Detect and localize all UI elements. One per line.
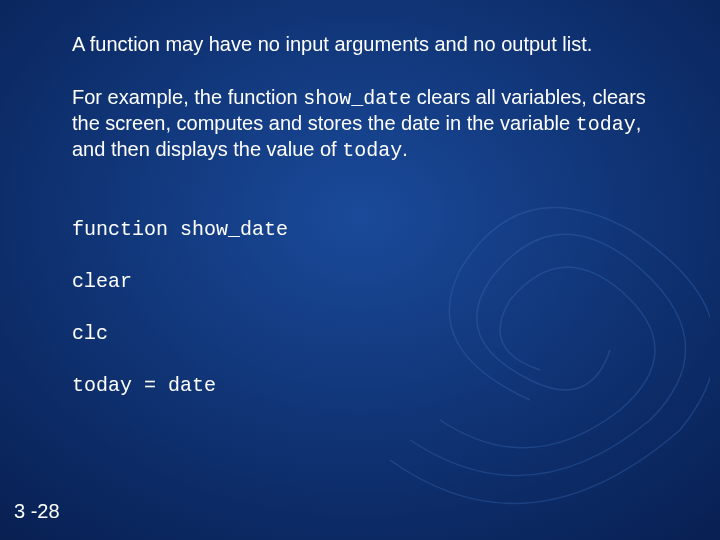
code-line-1: function show_date bbox=[72, 217, 672, 243]
paragraph-2: For example, the function show_date clea… bbox=[72, 85, 672, 163]
code-line-4: today = date bbox=[72, 373, 672, 399]
p2-code-3: today bbox=[342, 139, 402, 162]
p2-code-2: today bbox=[576, 113, 636, 136]
p2-text-1: For example, the function bbox=[72, 86, 303, 108]
code-line-2: clear bbox=[72, 269, 672, 295]
page-number: 3 -28 bbox=[14, 499, 60, 524]
p2-code-1: show_date bbox=[303, 87, 411, 110]
paragraph-1: A function may have no input arguments a… bbox=[72, 32, 672, 57]
slide-content: A function may have no input arguments a… bbox=[72, 32, 672, 425]
code-line-3: clc bbox=[72, 321, 672, 347]
code-block: function show_date clear clc today = dat… bbox=[72, 191, 672, 425]
p2-text-4: . bbox=[402, 138, 408, 160]
